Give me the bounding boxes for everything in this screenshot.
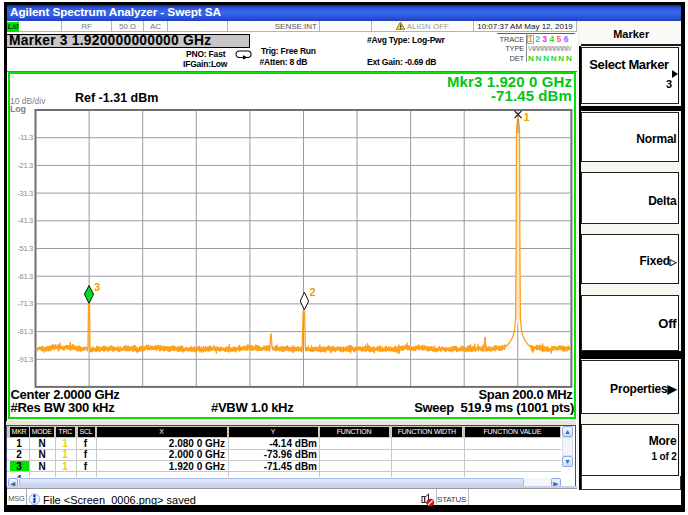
svg-text:1: 1 [524,111,530,123]
svg-text:2: 2 [310,286,316,298]
svg-text:3: 3 [94,281,100,293]
